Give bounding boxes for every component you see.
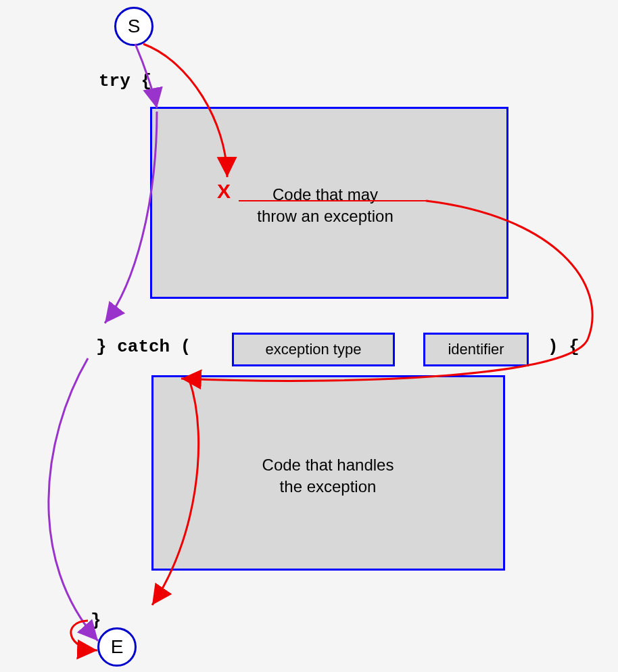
- exception-type-box: exception type: [232, 333, 395, 366]
- paren-close-brace: ) {: [548, 337, 579, 357]
- end-node-label: E: [111, 636, 124, 658]
- start-node-label: S: [128, 16, 141, 37]
- identifier-box: identifier: [423, 333, 529, 366]
- arrow-try-down: [105, 112, 157, 323]
- start-node: S: [114, 7, 153, 46]
- close-brace: }: [91, 610, 101, 631]
- catch-keyword: } catch (: [96, 337, 191, 357]
- try-keyword: try {: [99, 71, 151, 91]
- try-block-description: Code that may throw an exception: [197, 184, 454, 228]
- catch-block-description: Code that handles the exception: [210, 454, 446, 498]
- arrow-catch-to-end: [49, 358, 98, 641]
- end-node: E: [97, 627, 137, 667]
